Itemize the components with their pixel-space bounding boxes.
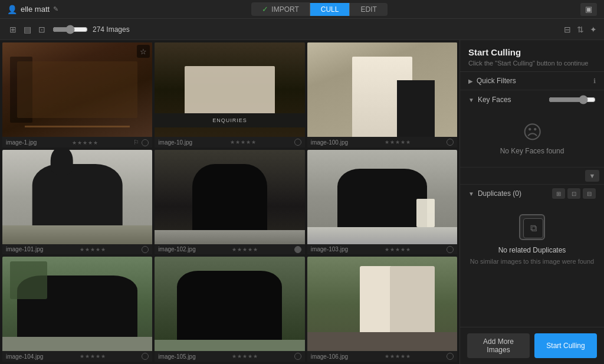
image-footer: image-106.jpg ★ ★ ★ ★ ★ <box>307 351 457 362</box>
expand-arrow-button[interactable]: ▼ <box>585 170 599 182</box>
star-rating: ★ ★ ★ ★ ★ <box>80 353 106 359</box>
key-faces-slider[interactable] <box>549 95 596 104</box>
no-duplicates-subtitle: No similar images to this image were fou… <box>470 258 594 265</box>
star-rating: ★ ★ ★ ★ ★ <box>80 247 106 252</box>
image-name: image-100.jpg <box>311 139 348 146</box>
select-circle[interactable] <box>142 353 149 360</box>
image-name: image-104.jpg <box>6 353 43 360</box>
image-thumbnail <box>307 257 457 351</box>
panel-toggle-button[interactable]: ▣ <box>580 3 597 16</box>
image-cell[interactable]: image-101.jpg ★ ★ ★ ★ ★ <box>2 150 152 255</box>
detail-view-button[interactable]: ⊡ <box>36 24 48 35</box>
user-info: 👤 elle matt ✎ <box>7 5 58 14</box>
sort-button[interactable]: ⇅ <box>577 25 584 34</box>
duplicates-view-icons: ⊞ ⊡ ⊟ <box>552 188 596 199</box>
info-icon: ℹ <box>593 77 596 85</box>
start-culling-button[interactable]: Start Culling <box>534 333 597 358</box>
duplicates-content: ⧉ No related Duplicates No similar image… <box>460 202 604 327</box>
panel-title: Start Culling <box>468 47 596 57</box>
grid-view-button[interactable]: ⊞ <box>7 24 19 35</box>
image-footer: image-10.jpg ★ ★ ★ ★ ★ <box>155 137 304 147</box>
image-name: image-1.jpg <box>6 139 37 146</box>
bottom-action-buttons: Add More Images Start Culling <box>460 327 604 364</box>
image-actions <box>294 353 301 360</box>
key-faces-label: Key Faces <box>478 96 545 104</box>
add-more-images-button[interactable]: Add More Images <box>467 333 530 358</box>
image-cell[interactable]: image-106.jpg ★ ★ ★ ★ ★ <box>307 257 457 362</box>
dup-list-view-button[interactable]: ⊡ <box>567 188 580 199</box>
key-faces-slider-area <box>549 95 596 104</box>
zoom-slider-area <box>52 25 88 34</box>
image-cell[interactable]: image-102.jpg ★ ★ ★ ★ ★ <box>155 150 304 255</box>
no-duplicates-icon: ⧉ <box>519 214 545 240</box>
user-avatar-icon: 👤 <box>7 5 17 14</box>
image-cell[interactable]: image-105.jpg ★ ★ ★ ★ ★ <box>155 257 304 362</box>
image-cell[interactable]: ENQUIRIES image-10.jpg ★ ★ ★ ★ ★ <box>155 42 304 147</box>
zoom-slider[interactable] <box>52 25 88 34</box>
image-thumbnail <box>2 150 152 244</box>
no-faces-icon: ☹ <box>523 121 542 143</box>
image-actions <box>447 246 454 253</box>
panel-subtitle: Click the "Start Culling" button to cont… <box>468 60 596 67</box>
panel-controls: ▣ <box>580 3 597 16</box>
filter-button[interactable]: ⊟ <box>564 25 571 34</box>
image-name: image-105.jpg <box>158 353 195 360</box>
select-circle[interactable] <box>294 139 301 146</box>
image-cell[interactable]: image-100.jpg ★ ★ ★ ★ ★ <box>307 42 457 147</box>
import-check-icon: ✓ <box>262 5 268 14</box>
quick-filters-label: Quick Filters <box>477 77 590 85</box>
star-rating: ★ ★ ★ ★ ★ <box>72 140 98 146</box>
image-name: image-101.jpg <box>6 246 43 252</box>
star-rating: ★ ★ ★ ★ ★ <box>232 353 258 359</box>
image-grid: ☆ image-1.jpg ★ ★ ★ ★ ★ ⚐ <box>0 40 459 364</box>
view-mode-icons: ⊞ ▤ ⊡ <box>7 24 48 35</box>
edit-name-icon[interactable]: ✎ <box>53 5 58 13</box>
select-circle[interactable] <box>142 139 149 146</box>
dup-compare-view-button[interactable]: ⊟ <box>583 188 596 199</box>
tab-edit-button[interactable]: EDIT <box>350 3 387 16</box>
image-actions <box>447 353 454 360</box>
tab-import-button[interactable]: ✓ IMPORT <box>251 2 309 16</box>
image-name: image-10.jpg <box>158 139 192 146</box>
image-actions <box>447 139 454 146</box>
image-cell[interactable]: ☆ image-1.jpg ★ ★ ★ ★ ★ ⚐ <box>2 42 152 147</box>
favorite-button[interactable]: ☆ <box>137 45 150 58</box>
select-circle[interactable] <box>447 139 454 146</box>
key-faces-section: ▼ Key Faces ☹ No Key Faces found <box>460 90 604 168</box>
image-thumbnail <box>2 257 152 351</box>
image-cell[interactable]: image-104.jpg ★ ★ ★ ★ ★ <box>2 257 152 362</box>
image-footer: image-103.jpg ★ ★ ★ ★ ★ <box>307 244 457 255</box>
image-thumbnail: ☆ <box>2 42 152 137</box>
image-name: image-102.jpg <box>158 246 195 252</box>
quick-filters-header[interactable]: ▶ Quick Filters ℹ <box>460 72 604 90</box>
image-actions <box>142 246 149 253</box>
chevron-right-icon: ▶ <box>468 78 473 84</box>
key-faces-content: ☹ No Key Faces found <box>460 109 604 167</box>
list-view-button[interactable]: ▤ <box>21 24 34 35</box>
toolbar-right: ⊟ ⇅ ✦ <box>564 25 597 34</box>
toolbar-left: ⊞ ▤ ⊡ 274 Images <box>7 24 559 35</box>
key-faces-header[interactable]: ▼ Key Faces <box>460 90 604 109</box>
quick-filters-section: ▶ Quick Filters ℹ <box>460 72 604 90</box>
image-name: image-103.jpg <box>311 246 348 252</box>
image-footer: image-105.jpg ★ ★ ★ ★ ★ <box>155 351 304 362</box>
select-circle[interactable] <box>447 246 454 253</box>
star-rating: ★ ★ ★ ★ ★ <box>230 139 256 145</box>
duplicates-section-header: ▼ Duplicates (0) ⊞ ⊡ ⊟ <box>460 185 604 202</box>
image-thumbnail <box>307 42 457 137</box>
dup-grid-view-button[interactable]: ⊞ <box>552 188 565 199</box>
image-cell[interactable]: image-103.jpg ★ ★ ★ ★ ★ <box>307 150 457 255</box>
duplicates-chevron-icon: ▼ <box>468 191 474 197</box>
tab-cull-button[interactable]: CULL <box>310 3 350 16</box>
more-options-button[interactable]: ✦ <box>590 25 597 34</box>
image-actions <box>294 139 301 146</box>
select-circle[interactable] <box>294 246 301 253</box>
select-circle[interactable] <box>294 353 301 360</box>
image-thumbnail <box>155 150 304 244</box>
image-name: image-106.jpg <box>311 353 348 360</box>
select-circle[interactable] <box>142 246 149 253</box>
select-circle[interactable] <box>447 353 454 360</box>
right-panel: Start Culling Click the "Start Culling" … <box>459 40 604 364</box>
image-actions: ⚐ <box>133 139 149 146</box>
no-duplicates-title: No related Duplicates <box>498 246 566 254</box>
